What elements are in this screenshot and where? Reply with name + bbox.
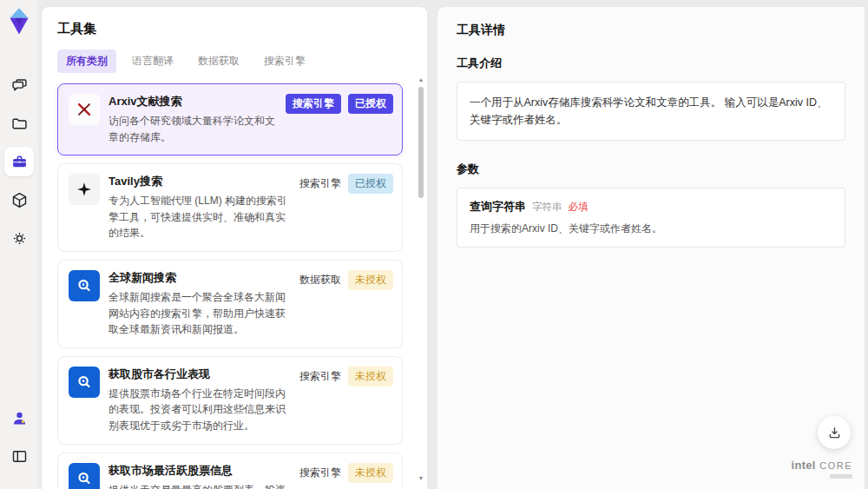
tab-3[interactable]: 搜索引擎	[255, 50, 314, 73]
tool-card[interactable]: 全球新闻搜索 全球新闻搜索是一个聚合全球各大新闻网站内容的搜索引擎，帮助用户快速…	[57, 260, 403, 348]
tool-description: 专为人工智能代理 (LLM) 构建的搜索引擎工具，可快速提供实时、准确和真实的结…	[108, 193, 291, 241]
category-tag: 数据获取	[299, 270, 341, 290]
tab-1[interactable]: 语言翻译	[123, 50, 182, 73]
tool-name: 获取市场最活跃股票信息	[108, 463, 291, 479]
auth-status-badge: 已授权	[348, 94, 393, 114]
tool-name: 获取股市各行业表现	[108, 367, 291, 382]
news-search-icon	[69, 463, 100, 489]
news-search-icon	[69, 367, 100, 398]
tab-2[interactable]: 数据获取	[189, 50, 248, 73]
param-required-label: 必填	[569, 201, 589, 214]
tab-0[interactable]: 所有类别	[57, 50, 116, 73]
tool-intro-text: 一个用于从Arxiv存储库搜索科学论文和文章的工具。 输入可以是Arxiv ID…	[457, 82, 845, 141]
tools-panel-title: 工具集	[57, 21, 417, 37]
left-rail	[0, 0, 38, 489]
tool-detail-panel: 工具详情 工具介绍 一个用于从Arxiv存储库搜索科学论文和文章的工具。 输入可…	[437, 7, 865, 489]
auth-status-badge: 未授权	[348, 463, 393, 483]
tool-name: Tavily搜索	[108, 174, 291, 189]
auth-status-badge: 未授权	[348, 367, 393, 387]
tools-panel: 工具集 所有类别语言翻译数据获取搜索引擎 Arxiv文献搜索 访问各个研究领域大…	[42, 7, 427, 489]
params-list: 查询字符串 字符串 必填 用于搜索的Arxiv ID、关键字或作者姓名。	[457, 188, 845, 248]
tool-card[interactable]: 获取股市各行业表现 提供股票市场各个行业在特定时间段内的表现。投资者可以利用这些…	[57, 356, 403, 445]
tool-card[interactable]: Arxiv文献搜索 访问各个研究领域大量科学论文和文章的存储库。 搜索引擎 已授…	[57, 83, 403, 155]
tool-name: Arxiv文献搜索	[108, 94, 277, 109]
tool-card[interactable]: Tavily搜索 专为人工智能代理 (LLM) 构建的搜索引擎工具，可快速提供实…	[57, 163, 403, 252]
param-type: 字符串	[532, 201, 562, 214]
param-description: 用于搜索的Arxiv ID、关键字或作者姓名。	[470, 221, 832, 236]
category-tag: 搜索引擎	[286, 94, 341, 114]
collapse-panel-icon[interactable]	[8, 445, 30, 467]
param-name: 查询字符串	[470, 199, 526, 215]
tool-description: 提供股票市场各个行业在特定时间段内的表现。投资者可以利用这些信息来识别表现优于或…	[108, 386, 291, 434]
category-tag: 搜索引擎	[299, 174, 341, 194]
chat-icon[interactable]	[4, 70, 34, 100]
settings-icon[interactable]	[4, 223, 34, 253]
scroll-up-icon[interactable]: ▲	[417, 76, 425, 83]
sparkle-icon	[69, 174, 100, 205]
intel-core-logo: intel CORE	[792, 458, 852, 479]
intro-heading: 工具介绍	[457, 56, 845, 71]
app-logo-icon	[7, 7, 31, 35]
category-tag: 搜索引擎	[299, 463, 341, 483]
app-window: 工具集 所有类别语言翻译数据获取搜索引擎 Arxiv文献搜索 访问各个研究领域大…	[0, 0, 868, 489]
cube-icon[interactable]	[4, 185, 34, 215]
tool-card[interactable]: 获取市场最活跃股票信息 提供当天交易量最高的股票列表，投资者可以利用这些信息来识…	[57, 453, 403, 489]
params-heading: 参数	[457, 162, 845, 177]
scrollbar-thumb[interactable]	[418, 87, 424, 198]
news-search-icon	[69, 270, 100, 301]
tool-list: Arxiv文献搜索 访问各个研究领域大量科学论文和文章的存储库。 搜索引擎 已授…	[57, 83, 417, 489]
scrollbar[interactable]: ▲ ▼	[417, 76, 425, 482]
download-button[interactable]	[818, 416, 851, 449]
tool-name: 全球新闻搜索	[108, 270, 291, 286]
tool-description: 全球新闻搜索是一个聚合全球各大新闻网站内容的搜索引擎，帮助用户快速获取全球最新资…	[108, 289, 291, 338]
arxiv-icon	[69, 94, 100, 125]
category-tabs: 所有类别语言翻译数据获取搜索引擎	[57, 50, 417, 73]
toolbox-icon[interactable]	[4, 147, 34, 176]
user-icon[interactable]	[8, 406, 30, 429]
category-tag: 搜索引擎	[299, 367, 341, 387]
auth-status-badge: 已授权	[348, 174, 393, 194]
parameter-card: 查询字符串 字符串 必填 用于搜索的Arxiv ID、关键字或作者姓名。	[457, 188, 845, 248]
tool-description: 访问各个研究领域大量科学论文和文章的存储库。	[108, 113, 277, 145]
scroll-down-icon[interactable]: ▼	[417, 475, 425, 482]
folder-icon[interactable]	[4, 109, 34, 138]
auth-status-badge: 未授权	[348, 270, 393, 290]
tool-description: 提供当天交易量最高的股票列表，投资者可以利用这些信息来识别流动性强的股票和潜在的…	[108, 482, 291, 489]
detail-panel-title: 工具详情	[457, 23, 845, 38]
